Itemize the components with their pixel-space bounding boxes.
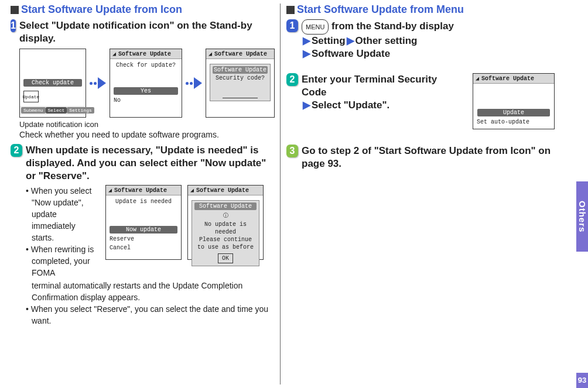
screen-b-title: Software Update <box>118 51 171 57</box>
left-step1-note: Check whether you need to update softwar… <box>19 130 275 139</box>
security-code-prompt: Software Update Security code? <box>210 64 271 101</box>
left-column: Start Software Update from Icon 1 Select… <box>11 4 280 384</box>
bullet-rewriting-cont: terminal automatically restarts and the … <box>26 280 273 303</box>
no-update-line1: No update is <box>193 221 258 228</box>
bullet-now-update: When you select "Now update", update imm… <box>26 185 100 243</box>
yes-row: Yes <box>114 87 177 95</box>
others-tab: Others <box>576 181 588 252</box>
page-number: 93 <box>576 373 588 388</box>
left-step2-heading: When update is necessary, "Update is nee… <box>26 144 273 183</box>
update-icon-caption: Update notification icon <box>19 120 275 129</box>
code-input-line <box>223 92 258 98</box>
ok-button: OK <box>218 253 233 263</box>
softkey-settings: Settings <box>67 107 94 114</box>
right-step1-line3: ▶Software Update <box>302 47 555 60</box>
column-divider <box>280 4 281 384</box>
right-step2-line1: Enter your Terminal Security Code <box>302 73 464 99</box>
arrow-2 <box>186 77 202 89</box>
softkey-submenu: Submenu <box>21 107 46 114</box>
screen-security-code: ◢Software Update Software Update Securit… <box>206 49 275 118</box>
left-section-title-text: Start Software Update from Icon <box>21 4 182 16</box>
step-number-3r: 3 <box>286 145 298 157</box>
prompt-title: Software Update <box>213 66 268 74</box>
screen-update-menu: ◢Software Update Update Set auto-update <box>473 73 555 129</box>
reserve-row: Reserve <box>108 235 179 243</box>
screen2b-title: Software Update <box>196 187 249 194</box>
screen-update-needed: ◢Software Update Update is needed Now up… <box>105 185 182 260</box>
right-sidebar: Others 93 <box>576 0 588 388</box>
from-standby-text: from the Stand-by display <box>329 20 453 32</box>
screen-check-for-update: ◢Software Update Check for update? Yes N… <box>110 49 182 118</box>
path-arrow-icon: ▶ <box>347 35 354 47</box>
bullet-reserve: When you select "Reserve", you can selec… <box>26 303 273 327</box>
prompt-body: Security code? <box>211 74 269 82</box>
section-bullet <box>11 6 19 14</box>
right-step-2: 2 Enter your Terminal Security Code ▶Sel… <box>286 73 555 129</box>
left-step-2: 2 When update is necessary, "Update is n… <box>11 144 273 327</box>
screen-no-update-needed: ◢Software Update Software Update ⓘ No up… <box>187 185 264 260</box>
no-update-line3: Please continue <box>193 236 258 243</box>
step-number-1r: 1 <box>286 19 298 32</box>
left-step-1: 1 Select "Update notification icon" on t… <box>11 19 273 139</box>
path-other-setting: Other setting <box>355 35 418 46</box>
left-step1-heading: Select "Update notification icon" on the… <box>19 19 275 45</box>
left-section-title: Start Software Update from Icon <box>11 4 273 16</box>
select-update-text: Select "Update". <box>312 99 389 111</box>
screen-r2-title: Software Update <box>481 75 534 82</box>
left-step2-bullets-top: When you select "Now update", update imm… <box>26 185 100 243</box>
path-software-update: Software Update <box>312 48 390 59</box>
right-step-3: 3 Go to step 2 of "Start Software Update… <box>286 145 555 170</box>
path-arrow-icon: ▶ <box>303 99 310 112</box>
screen-check-update: Check update Update Submenu Select Setti… <box>19 49 86 118</box>
softkey-row: Submenu Select Settings <box>20 106 86 115</box>
bullet-rewriting-partial: When rewriting is completed, your FOMA <box>26 243 100 279</box>
update-row: Update <box>477 109 551 116</box>
screen2a-title: Software Update <box>114 187 167 194</box>
right-step2-line2: ▶Select "Update". <box>302 99 464 112</box>
antenna-icon: ◢ <box>190 187 194 194</box>
no-update-prompt: Software Update ⓘ No update is needed Pl… <box>192 200 259 266</box>
left-step2-bullets-cont: terminal automatically restarts and the … <box>26 280 273 303</box>
right-step1-line2: ▶Setting▶Other setting <box>302 35 555 47</box>
step-number-2: 2 <box>11 144 22 157</box>
left-step2-bullets-bottom: When you select "Reserve", you can selec… <box>26 303 273 327</box>
arrow-1 <box>90 77 106 89</box>
no-update-line4: to use as before <box>193 243 258 251</box>
no-update-line2: needed <box>193 228 258 236</box>
menu-button-icon: MENU <box>302 19 329 35</box>
prompt2-title: Software Update <box>194 202 257 210</box>
check-for-update-text: Check for update? <box>112 61 179 69</box>
no-row: No <box>112 97 179 104</box>
update-icon-cell: Update <box>23 91 39 102</box>
right-section-title-text: Start Software Update from Menu <box>297 4 464 16</box>
section-bullet <box>286 6 295 14</box>
left-step2-bullet-rewriting-start: When rewriting is completed, your FOMA <box>26 243 100 279</box>
path-arrow-icon: ▶ <box>303 35 310 47</box>
right-column: Start Software Update from Menu 1 MENU f… <box>286 4 562 384</box>
left-step1-screens: Check update Update Submenu Select Setti… <box>19 49 275 118</box>
now-update-row: Now update <box>110 226 177 234</box>
right-step3-text: Go to step 2 of "Start Software Update f… <box>302 145 555 170</box>
step-number-1: 1 <box>11 19 16 32</box>
path-arrow-icon: ▶ <box>303 47 310 60</box>
right-step1-line1: MENU from the Stand-by display <box>302 19 555 35</box>
path-setting: Setting <box>312 35 346 46</box>
set-auto-update-row: Set auto-update <box>476 118 552 126</box>
update-needed-text: Update is needed <box>108 198 179 205</box>
check-update-row: Check update <box>23 79 82 87</box>
antenna-icon: ◢ <box>108 187 112 194</box>
step-number-2r: 2 <box>286 73 298 86</box>
antenna-icon: ◢ <box>112 50 116 57</box>
screen-c-title: Software Update <box>214 51 267 57</box>
antenna-icon: ◢ <box>208 50 212 57</box>
cancel-row: Cancel <box>108 244 179 252</box>
right-section-title: Start Software Update from Menu <box>286 4 555 16</box>
softkey-select: Select <box>46 107 67 114</box>
antenna-icon: ◢ <box>476 75 479 82</box>
right-step-1: 1 MENU from the Stand-by display ▶Settin… <box>286 19 555 60</box>
